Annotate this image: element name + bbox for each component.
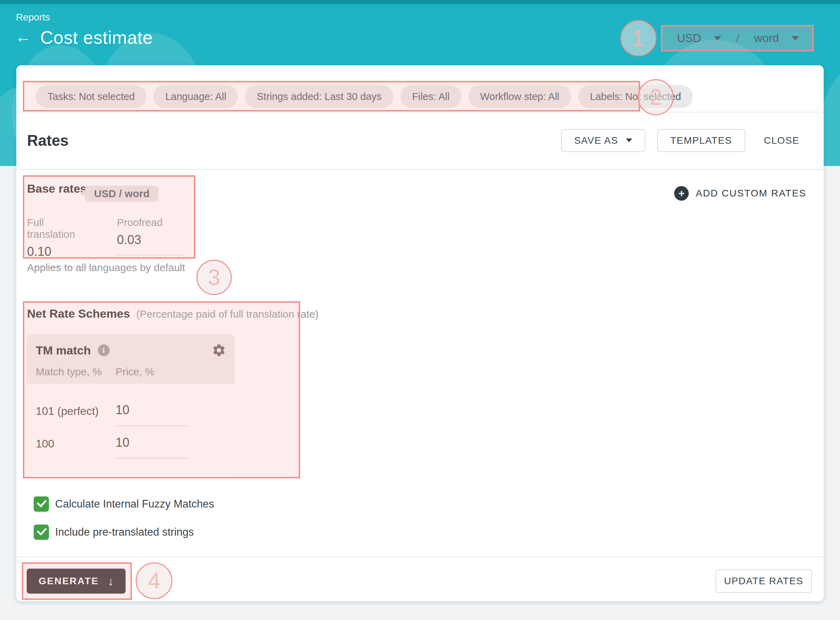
top-strip bbox=[0, 0, 840, 4]
chip-labels[interactable]: Labels: Not selected bbox=[578, 85, 693, 108]
currency-dropdown[interactable]: USD bbox=[677, 32, 722, 45]
match-type-column-header: Match type, % bbox=[36, 366, 102, 378]
generate-button[interactable]: GENERATE ↓ bbox=[27, 569, 126, 594]
currency-value: USD bbox=[677, 32, 701, 45]
match-type-value: 101 (perfect) bbox=[36, 405, 99, 418]
caret-down-icon bbox=[626, 138, 632, 142]
currency-unit-badge: USD / word bbox=[85, 186, 159, 202]
page-title-row: ← Cost estimate bbox=[15, 27, 153, 48]
report-card: Tasks: Not selected Language: All String… bbox=[16, 65, 824, 601]
plus-circle-icon: + bbox=[674, 186, 689, 201]
add-custom-rates-button[interactable]: + ADD CUSTOM RATES bbox=[674, 184, 806, 203]
net-rate-schemes-title: Net Rate Schemes bbox=[27, 307, 130, 321]
save-as-button[interactable]: SAVE AS bbox=[561, 129, 645, 152]
proofread-field: Proofread 0.03 bbox=[117, 217, 184, 256]
unit-dropdown[interactable]: word bbox=[754, 32, 799, 45]
gear-icon[interactable] bbox=[212, 343, 226, 358]
chip-workflow-step[interactable]: Workflow step: All bbox=[468, 85, 571, 108]
rates-actions: SAVE AS TEMPLATES CLOSE bbox=[561, 129, 806, 152]
tm-match-title-row: TM match i bbox=[36, 342, 110, 358]
input-underline bbox=[116, 458, 188, 459]
templates-label: TEMPLATES bbox=[670, 135, 732, 146]
currency-separator: / bbox=[736, 32, 739, 45]
chip-files[interactable]: Files: All bbox=[400, 85, 462, 108]
info-icon[interactable]: i bbox=[98, 345, 110, 356]
checkbox-checked-icon[interactable] bbox=[34, 497, 49, 512]
option-label: Calculate Internal Fuzzy Matches bbox=[55, 498, 214, 510]
checkbox-checked-icon[interactable] bbox=[34, 525, 49, 540]
caret-down-icon bbox=[714, 36, 722, 41]
close-button[interactable]: CLOSE bbox=[757, 129, 806, 152]
full-translation-field: Full translation 0.10 bbox=[27, 217, 94, 267]
price-input[interactable]: 10 bbox=[116, 403, 129, 417]
tm-match-card: TM match i Match type, % Price, % 101 (p… bbox=[27, 334, 234, 472]
match-type-value: 100 bbox=[36, 437, 54, 450]
back-arrow-icon[interactable]: ← bbox=[15, 29, 31, 46]
add-custom-rates-label: ADD CUSTOM RATES bbox=[696, 188, 806, 199]
proofread-input[interactable]: 0.03 bbox=[117, 233, 184, 256]
option-label: Include pre-translated strings bbox=[55, 526, 194, 539]
rates-header-row: Rates SAVE AS TEMPLATES CLOSE bbox=[27, 112, 806, 169]
proofread-label: Proofread bbox=[117, 217, 184, 229]
currency-unit-selector: USD / word bbox=[661, 25, 814, 51]
templates-button[interactable]: TEMPLATES bbox=[657, 129, 745, 152]
option-include-pre-translated-strings[interactable]: Include pre-translated strings bbox=[34, 525, 194, 540]
input-underline bbox=[116, 426, 188, 426]
divider bbox=[16, 169, 824, 170]
arrow-down-icon: ↓ bbox=[108, 575, 114, 588]
price-input[interactable]: 10 bbox=[116, 435, 129, 450]
base-rates-note: Applies to all languages by default bbox=[27, 262, 185, 274]
chip-language[interactable]: Language: All bbox=[153, 85, 238, 108]
save-as-label: SAVE AS bbox=[574, 135, 618, 146]
tm-match-title: TM match bbox=[36, 344, 91, 357]
price-column-header: Price, % bbox=[116, 366, 154, 378]
generate-label: GENERATE bbox=[39, 576, 99, 587]
cost-estimate-page: Reports ← Cost estimate USD / word Tasks… bbox=[0, 0, 840, 620]
rates-title: Rates bbox=[27, 132, 69, 149]
unit-value: word bbox=[754, 32, 779, 45]
chip-strings-added[interactable]: Strings added: Last 30 days bbox=[245, 85, 393, 108]
breadcrumb[interactable]: Reports bbox=[16, 12, 50, 23]
update-rates-button[interactable]: UPDATE RATES bbox=[716, 569, 812, 593]
chip-tasks[interactable]: Tasks: Not selected bbox=[36, 85, 146, 108]
option-calculate-internal-fuzzy-matches[interactable]: Calculate Internal Fuzzy Matches bbox=[34, 497, 214, 512]
caret-down-icon bbox=[791, 36, 799, 41]
filter-chips: Tasks: Not selected Language: All String… bbox=[36, 85, 693, 108]
page-title: Cost estimate bbox=[40, 27, 153, 48]
net-rate-schemes-subtitle: (Percentage paid of full translation rat… bbox=[136, 308, 318, 320]
full-translation-label: Full translation bbox=[27, 217, 94, 240]
divider bbox=[16, 557, 824, 557]
base-rates-title: Base rates bbox=[27, 182, 87, 196]
net-rate-schemes-header: Net Rate Schemes (Percentage paid of ful… bbox=[27, 307, 318, 321]
